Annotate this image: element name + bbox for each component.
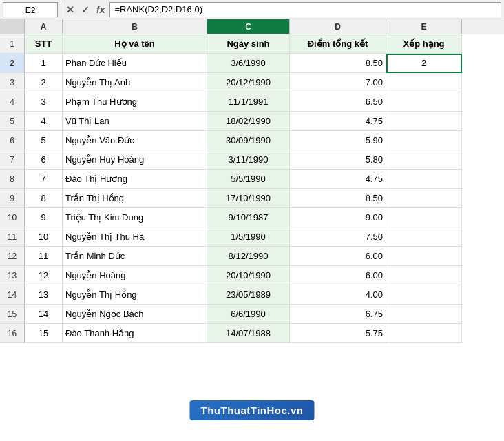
cell-b14[interactable]: Nguyễn Thị Hồng bbox=[63, 285, 207, 305]
cell-a14[interactable]: 13 bbox=[25, 285, 63, 305]
cell-a16[interactable]: 15 bbox=[25, 324, 63, 343]
cell-e3[interactable] bbox=[386, 73, 462, 92]
cell-c5[interactable]: 18/02/1990 bbox=[207, 112, 290, 131]
cell-b15[interactable]: Nguyễn Ngọc Bách bbox=[63, 305, 207, 324]
table-row: 16 15 Đào Thanh Hằng 14/07/1988 5.75 bbox=[0, 324, 504, 343]
cell-d15[interactable]: 6.75 bbox=[290, 305, 386, 324]
row-num-2: 2 bbox=[0, 54, 25, 73]
cell-e8[interactable] bbox=[386, 170, 462, 189]
col-header-a[interactable]: A bbox=[25, 19, 63, 34]
cell-e9[interactable] bbox=[386, 189, 462, 208]
cell-e1[interactable]: Xếp hạng bbox=[386, 34, 462, 54]
corner-cell bbox=[0, 19, 25, 34]
cell-e7[interactable] bbox=[386, 150, 462, 170]
cell-e13[interactable] bbox=[386, 266, 462, 285]
cell-c11[interactable]: 1/5/1990 bbox=[207, 227, 290, 247]
cell-c1[interactable]: Ngày sinh bbox=[207, 34, 290, 54]
confirm-icon[interactable]: ✓ bbox=[79, 4, 92, 15]
cell-a8[interactable]: 7 bbox=[25, 170, 63, 189]
formula-input[interactable] bbox=[109, 2, 501, 17]
cell-b12[interactable]: Trần Minh Đức bbox=[63, 247, 207, 266]
cell-a6[interactable]: 5 bbox=[25, 131, 63, 150]
cell-d7[interactable]: 5.80 bbox=[290, 150, 386, 170]
cell-d1[interactable]: Điểm tổng kết bbox=[290, 34, 386, 54]
cell-b13[interactable]: Nguyễn Hoàng bbox=[63, 266, 207, 285]
cell-b3[interactable]: Nguyễn Thị Anh bbox=[63, 73, 207, 92]
fx-icon[interactable]: fx bbox=[94, 4, 107, 15]
cell-e16[interactable] bbox=[386, 324, 462, 343]
table-row: 6 5 Nguyễn Văn Đức 30/09/1990 5.90 bbox=[0, 131, 504, 150]
cell-a11[interactable]: 10 bbox=[25, 227, 63, 247]
cell-d5[interactable]: 4.75 bbox=[290, 112, 386, 131]
cell-c10[interactable]: 9/10/1987 bbox=[207, 208, 290, 227]
formula-bar-icons: ✕ ✓ fx bbox=[64, 4, 107, 15]
cell-c4[interactable]: 11/1/1991 bbox=[207, 92, 290, 112]
cell-b7[interactable]: Nguyễn Huy Hoàng bbox=[63, 150, 207, 170]
cell-b2[interactable]: Phan Đức Hiếu bbox=[63, 54, 207, 73]
cell-e10[interactable] bbox=[386, 208, 462, 227]
cell-b11[interactable]: Nguyễn Thị Thu Hà bbox=[63, 227, 207, 247]
cell-a7[interactable]: 6 bbox=[25, 150, 63, 170]
cell-b1[interactable]: Họ và tên bbox=[63, 34, 207, 54]
cell-d9[interactable]: 8.50 bbox=[290, 189, 386, 208]
cell-c7[interactable]: 3/11/1990 bbox=[207, 150, 290, 170]
cell-b16[interactable]: Đào Thanh Hằng bbox=[63, 324, 207, 343]
row-num-10: 10 bbox=[0, 208, 25, 227]
cell-d12[interactable]: 6.00 bbox=[290, 247, 386, 266]
cell-d14[interactable]: 4.00 bbox=[290, 285, 386, 305]
cell-e2[interactable]: 2 bbox=[386, 54, 462, 73]
cell-b5[interactable]: Vũ Thị Lan bbox=[63, 112, 207, 131]
cell-a10[interactable]: 9 bbox=[25, 208, 63, 227]
cell-b4[interactable]: Phạm Thu Hương bbox=[63, 92, 207, 112]
row-num-11: 11 bbox=[0, 227, 25, 247]
cell-name-box[interactable]: E2 bbox=[3, 2, 58, 17]
cell-b10[interactable]: Triệu Thị Kim Dung bbox=[63, 208, 207, 227]
cell-d10[interactable]: 9.00 bbox=[290, 208, 386, 227]
cell-c12[interactable]: 8/12/1990 bbox=[207, 247, 290, 266]
table-row: 4 3 Phạm Thu Hương 11/1/1991 6.50 bbox=[0, 92, 504, 112]
cell-a15[interactable]: 14 bbox=[25, 305, 63, 324]
cell-a5[interactable]: 4 bbox=[25, 112, 63, 131]
cell-d13[interactable]: 6.00 bbox=[290, 266, 386, 285]
cell-b8[interactable]: Đào Thị Hương bbox=[63, 170, 207, 189]
cell-b6[interactable]: Nguyễn Văn Đức bbox=[63, 131, 207, 150]
cell-a2[interactable]: 1 bbox=[25, 54, 63, 73]
cell-c8[interactable]: 5/5/1990 bbox=[207, 170, 290, 189]
cell-b9[interactable]: Trần Thị Hồng bbox=[63, 189, 207, 208]
col-header-b[interactable]: B bbox=[63, 19, 207, 34]
cell-e4[interactable] bbox=[386, 92, 462, 112]
cell-c2[interactable]: 3/6/1990 bbox=[207, 54, 290, 73]
cell-a3[interactable]: 2 bbox=[25, 73, 63, 92]
cell-c9[interactable]: 17/10/1990 bbox=[207, 189, 290, 208]
cell-d16[interactable]: 5.75 bbox=[290, 324, 386, 343]
row-num-5: 5 bbox=[0, 112, 25, 131]
cell-d11[interactable]: 7.50 bbox=[290, 227, 386, 247]
cell-a9[interactable]: 8 bbox=[25, 189, 63, 208]
col-header-d[interactable]: D bbox=[290, 19, 386, 34]
cell-c3[interactable]: 20/12/1990 bbox=[207, 73, 290, 92]
cell-c16[interactable]: 14/07/1988 bbox=[207, 324, 290, 343]
cell-a4[interactable]: 3 bbox=[25, 92, 63, 112]
cell-d4[interactable]: 6.50 bbox=[290, 92, 386, 112]
cell-e14[interactable] bbox=[386, 285, 462, 305]
cell-a13[interactable]: 12 bbox=[25, 266, 63, 285]
cell-e6[interactable] bbox=[386, 131, 462, 150]
col-header-e[interactable]: E bbox=[386, 19, 462, 34]
cell-d2[interactable]: 8.50 bbox=[290, 54, 386, 73]
cell-d8[interactable]: 4.75 bbox=[290, 170, 386, 189]
cell-c14[interactable]: 23/05/1989 bbox=[207, 285, 290, 305]
cell-e15[interactable] bbox=[386, 305, 462, 324]
cell-e12[interactable] bbox=[386, 247, 462, 266]
formula-bar-divider bbox=[61, 3, 61, 17]
cell-c6[interactable]: 30/09/1990 bbox=[207, 131, 290, 150]
cell-e11[interactable] bbox=[386, 227, 462, 247]
cell-a12[interactable]: 11 bbox=[25, 247, 63, 266]
cell-d3[interactable]: 7.00 bbox=[290, 73, 386, 92]
cell-c13[interactable]: 20/10/1990 bbox=[207, 266, 290, 285]
cell-a1[interactable]: STT bbox=[25, 34, 63, 54]
cell-c15[interactable]: 6/6/1990 bbox=[207, 305, 290, 324]
cancel-icon[interactable]: ✕ bbox=[64, 4, 76, 15]
col-header-c[interactable]: C bbox=[207, 19, 290, 34]
cell-e5[interactable] bbox=[386, 112, 462, 131]
cell-d6[interactable]: 5.90 bbox=[290, 131, 386, 150]
